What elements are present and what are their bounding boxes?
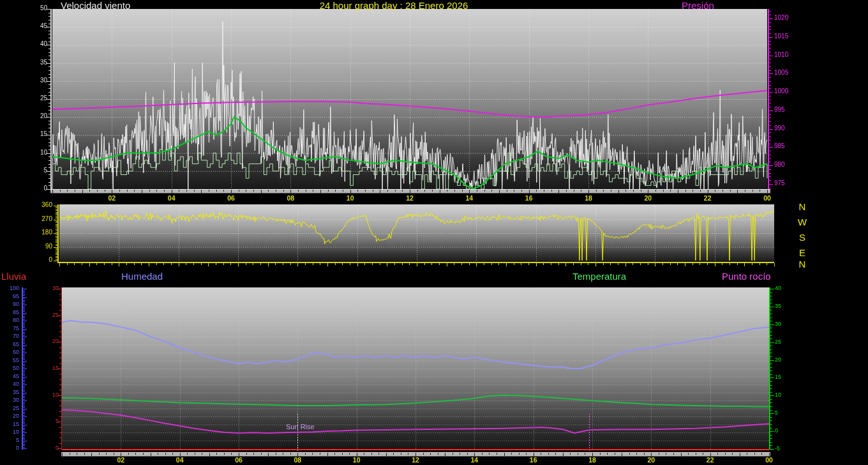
dew-point-series-label: Punto rocío bbox=[722, 271, 771, 281]
humidity-axis-tick-label: 20 bbox=[4, 413, 19, 419]
rain-axis-tick-label: 0 bbox=[43, 445, 59, 451]
humidity-axis-tick-label: 25 bbox=[4, 406, 19, 411]
hour-label: 12 bbox=[408, 457, 423, 464]
hour-label: 20 bbox=[640, 195, 655, 202]
temperature-axis-tick-label: 30 bbox=[775, 321, 781, 327]
humidity-axis-tick-label: 45 bbox=[4, 374, 19, 379]
humidity-axis-tick-label: 75 bbox=[4, 326, 19, 332]
temperature-axis-tick-label: 40 bbox=[775, 286, 781, 291]
temperature-axis-tick-label: 35 bbox=[775, 303, 781, 309]
humidity-axis-tick-label: 80 bbox=[4, 317, 19, 323]
hour-label: 10 bbox=[343, 195, 358, 202]
hour-label: 00 bbox=[760, 195, 775, 202]
hour-label: 02 bbox=[104, 195, 119, 202]
humidity-axis-tick-label: 100 bbox=[4, 286, 19, 291]
pressure-axis-tick-label: 995 bbox=[774, 107, 785, 113]
temperature-axis-tick-label: 25 bbox=[775, 339, 781, 345]
compass-label: W bbox=[797, 217, 808, 227]
wind-axis-tick-label: 5 bbox=[28, 167, 47, 174]
hour-label: 22 bbox=[703, 457, 718, 464]
temperature-axis-tick-label: 10 bbox=[775, 392, 781, 398]
temperature-series-label: Temperatura bbox=[572, 271, 626, 281]
hour-label: 22 bbox=[700, 195, 715, 202]
temperature-axis-tick-label: -5 bbox=[775, 446, 780, 452]
hour-label: 06 bbox=[223, 195, 239, 202]
temperature-axis-tick-label: 0 bbox=[775, 428, 778, 434]
rain-series-label: Lluvia bbox=[1, 271, 26, 281]
hour-label: 10 bbox=[349, 457, 364, 464]
wind-axis-tick-label: 35 bbox=[28, 59, 47, 66]
humidity-axis-tick-label: 15 bbox=[4, 422, 19, 427]
temperature-axis-tick-label: 5 bbox=[775, 410, 778, 416]
temperature-axis-tick-label: 15 bbox=[775, 374, 781, 380]
temperature-axis-tick-label: 20 bbox=[775, 357, 781, 363]
hour-label: 08 bbox=[290, 457, 305, 464]
direction-axis-tick-label: 90 bbox=[33, 243, 52, 250]
humidity-axis-tick-label: 60 bbox=[4, 349, 19, 355]
hour-label: 04 bbox=[164, 195, 179, 202]
humidity-axis-tick-label: 85 bbox=[4, 310, 19, 316]
sun-rise-label: Sun Rise bbox=[286, 423, 315, 431]
pressure-axis-tick-label: 1015 bbox=[774, 33, 788, 40]
compass-label: S bbox=[797, 232, 808, 242]
wind-axis-tick-label: 20 bbox=[28, 113, 47, 119]
humidity-axis-tick-label: 90 bbox=[4, 301, 19, 307]
pressure-axis-tick-label: 1020 bbox=[774, 15, 788, 21]
humidity-axis-tick-label: 0 bbox=[4, 445, 19, 451]
hour-label: 20 bbox=[643, 457, 659, 464]
compass-label: E bbox=[797, 248, 808, 257]
hour-label: 08 bbox=[283, 195, 298, 202]
rain-axis-tick-label: 10 bbox=[43, 392, 59, 398]
hour-label: 12 bbox=[402, 195, 417, 202]
pressure-axis-tick-label: 990 bbox=[774, 125, 785, 132]
pressure-axis-tick-label: 975 bbox=[774, 180, 785, 187]
humidity-axis-tick-label: 35 bbox=[4, 390, 19, 395]
humidity-axis-tick-label: 95 bbox=[4, 294, 19, 300]
humidity-axis-tick-label: 5 bbox=[4, 438, 19, 443]
hour-label: 02 bbox=[113, 457, 128, 464]
humidity-axis-tick-label: 40 bbox=[4, 381, 19, 387]
hour-label: 14 bbox=[467, 457, 482, 464]
pressure-axis-tick-label: 980 bbox=[774, 162, 785, 168]
wind-axis-tick-label: 0 bbox=[28, 185, 47, 192]
wind-axis-tick-label: 45 bbox=[28, 23, 47, 29]
wind-axis-tick-label: 10 bbox=[28, 149, 47, 156]
compass-label: N bbox=[797, 202, 808, 211]
compass-label: N bbox=[797, 259, 808, 269]
hour-label: 04 bbox=[172, 457, 188, 464]
page-title: 24 hour graph day : 28 Enero 2026 bbox=[292, 1, 496, 10]
wind-axis-tick-label: 25 bbox=[28, 95, 47, 102]
pressure-axis-tick-label: 985 bbox=[774, 143, 785, 149]
direction-axis-tick-label: 180 bbox=[33, 229, 52, 236]
wind-axis-tick-label: 30 bbox=[28, 77, 47, 84]
hour-label: 16 bbox=[526, 457, 541, 464]
rain-axis-tick-label: 5 bbox=[43, 418, 59, 424]
hour-label: 18 bbox=[585, 457, 600, 464]
humidity-series-label: Humedad bbox=[121, 271, 163, 281]
wind-axis-tick-label: 40 bbox=[28, 41, 47, 47]
direction-axis-tick-label: 360 bbox=[33, 202, 52, 208]
humidity-axis-tick-label: 30 bbox=[4, 397, 19, 403]
humidity-axis-tick-label: 55 bbox=[4, 358, 19, 363]
rain-axis-tick-label: 30 bbox=[43, 286, 59, 291]
hour-label: 06 bbox=[231, 457, 246, 464]
humidity-axis-tick-label: 10 bbox=[4, 429, 19, 435]
humidity-axis-tick-label: 50 bbox=[4, 365, 19, 371]
wind-axis-tick-label: 15 bbox=[28, 131, 47, 137]
hour-label: 18 bbox=[581, 195, 596, 202]
pressure-axis-tick-label: 1000 bbox=[774, 88, 788, 95]
wind-speed-title: Velocidad viento bbox=[61, 1, 130, 10]
direction-axis-tick-label: 0 bbox=[33, 257, 52, 263]
hour-label: 00 bbox=[761, 457, 777, 464]
pressure-title: Presión bbox=[682, 1, 714, 10]
rain-axis-tick-label: 15 bbox=[43, 365, 59, 371]
hour-label: 14 bbox=[461, 195, 477, 202]
rain-axis-tick-label: 20 bbox=[43, 339, 59, 344]
hour-label: 16 bbox=[521, 195, 537, 202]
pressure-axis-tick-label: 1010 bbox=[774, 52, 788, 58]
wind-axis-tick-label: 50 bbox=[28, 5, 47, 11]
pressure-axis-tick-label: 1005 bbox=[774, 70, 788, 76]
rain-axis-tick-label: 25 bbox=[43, 312, 59, 318]
graphs-canvas bbox=[0, 0, 868, 465]
humidity-axis-tick-label: 65 bbox=[4, 342, 19, 347]
